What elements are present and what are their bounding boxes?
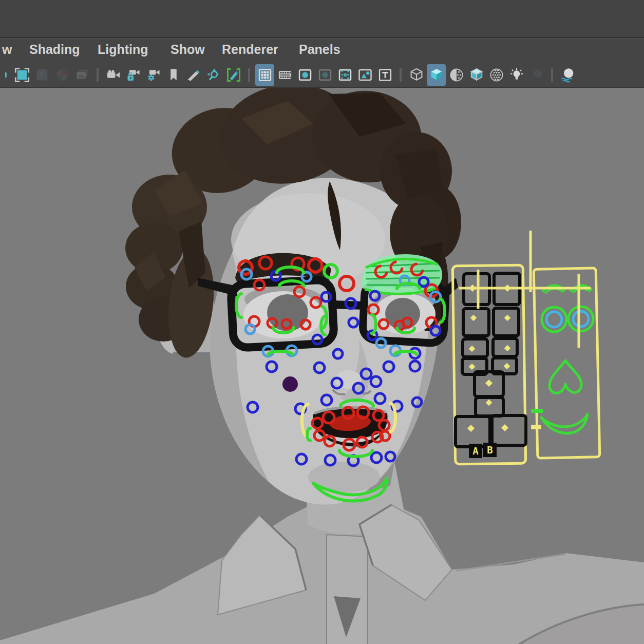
shadows-icon[interactable]	[527, 64, 546, 86]
occlusion-icon[interactable]	[558, 64, 577, 86]
board-rectf[interactable]	[531, 425, 541, 429]
textured-icon[interactable]	[467, 64, 486, 86]
board-letter-label: B	[487, 444, 493, 456]
menu-item-lighting[interactable]: Lighting	[98, 42, 148, 57]
toolbar-separator	[400, 68, 402, 82]
viewport-canvas[interactable]: AB	[0, 88, 644, 644]
resolution-gate-icon[interactable]	[12, 64, 31, 86]
wireframe-on-shaded-icon[interactable]	[447, 64, 466, 86]
menu-item-show[interactable]: Show	[171, 42, 205, 57]
wireframe-icon[interactable]	[407, 64, 426, 86]
safe-action-icon[interactable]	[295, 64, 314, 86]
bookmark-icon[interactable]	[164, 64, 183, 86]
menu-item-shading[interactable]: Shading	[29, 42, 80, 57]
hud-text-icon[interactable]	[375, 64, 394, 86]
smooth-shade-icon[interactable]	[427, 64, 446, 86]
film-gate-icon[interactable]	[52, 64, 71, 86]
select-camera-icon[interactable]	[104, 64, 123, 86]
safe-title-icon[interactable]	[315, 64, 334, 86]
board-letter-button[interactable]: B	[483, 443, 497, 457]
grease-pencil-icon[interactable]	[184, 64, 203, 86]
rig-dot-purple[interactable]	[282, 376, 298, 392]
clipped-icon[interactable]	[5, 64, 11, 86]
toolbar-separator	[248, 68, 250, 82]
lights-icon[interactable]	[507, 64, 526, 86]
gate-mask-icon[interactable]	[32, 64, 51, 86]
use-default-material-icon[interactable]	[487, 64, 506, 86]
grid-icon[interactable]	[255, 64, 274, 86]
window-top-bar	[0, 0, 644, 38]
pan-zoom-tool-icon[interactable]	[204, 64, 223, 86]
board-rectf[interactable]	[531, 409, 543, 413]
2d-pan-zoom-icon[interactable]	[224, 64, 243, 86]
board-letter-label: A	[472, 445, 479, 457]
lock-camera-icon[interactable]	[124, 64, 143, 86]
menu-item-renderer[interactable]: Renderer	[222, 42, 278, 57]
menu-item-view-partial[interactable]: w	[2, 42, 12, 57]
viewport-3d[interactable]: AB	[0, 88, 644, 644]
panel-menu-bar: w Shading Lighting Show Renderer Panels	[0, 38, 644, 62]
camera-attributes-icon[interactable]	[144, 64, 163, 86]
menu-item-panels[interactable]: Panels	[299, 42, 340, 57]
toolbar-separator	[97, 68, 99, 82]
board-letter-button[interactable]: A	[469, 444, 482, 458]
panel-toolbar	[0, 62, 644, 88]
image-plane-icon[interactable]	[72, 64, 91, 86]
film-strip-icon[interactable]	[275, 64, 294, 86]
toolbar-separator	[551, 68, 553, 82]
image-display-icon[interactable]	[355, 64, 374, 86]
frame-all-icon[interactable]	[335, 64, 354, 86]
